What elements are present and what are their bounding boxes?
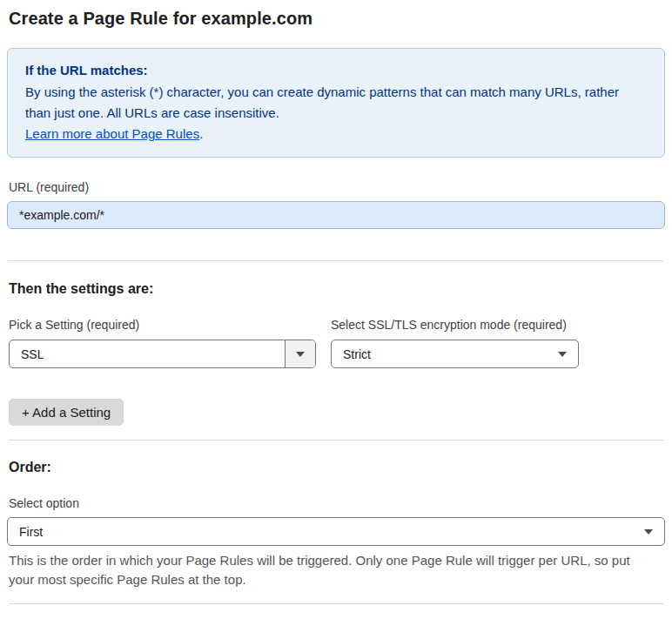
url-match-info-box: If the URL matches: By using the asteris…	[7, 48, 665, 158]
order-helper-text: This is the order in which your Page Rul…	[9, 551, 657, 589]
create-page-rule-form: Create a Page Rule for example.com If th…	[0, 0, 672, 619]
url-field-block: URL (required)	[9, 179, 663, 229]
divider	[9, 603, 663, 604]
settings-heading: Then the settings are:	[9, 281, 663, 297]
pick-setting-select[interactable]: SSL	[9, 340, 316, 368]
url-field-label: URL (required)	[9, 180, 89, 194]
divider	[9, 440, 663, 441]
order-select-value: First	[8, 525, 644, 539]
chevron-down-icon	[296, 352, 305, 357]
link-suffix: .	[199, 126, 203, 141]
pick-setting-value: SSL	[10, 347, 285, 361]
ssl-mode-label: Select SSL/TLS encryption mode (required…	[331, 318, 567, 332]
chevron-down-icon	[558, 352, 578, 357]
ssl-mode-select[interactable]: Strict	[331, 340, 579, 368]
settings-section: Then the settings are: Pick a Setting (r…	[9, 281, 663, 426]
order-heading: Order:	[9, 460, 663, 475]
order-select-label: Select option	[9, 496, 663, 510]
url-input[interactable]	[7, 201, 665, 229]
page-title: Create a Page Rule for example.com	[9, 7, 663, 29]
chevron-down-icon	[644, 529, 664, 535]
settings-selects-row: Pick a Setting (required) SSL Select SSL…	[9, 317, 663, 368]
ssl-mode-field: Select SSL/TLS encryption mode (required…	[331, 317, 579, 368]
learn-more-link[interactable]: Learn more about Page Rules	[25, 126, 199, 141]
info-box-heading: If the URL matches:	[25, 60, 647, 81]
select-arrow-button[interactable]	[285, 340, 315, 367]
order-section: Order: Select option First This is the o…	[9, 460, 663, 589]
info-box-body: By using the asterisk (*) character, you…	[25, 82, 647, 124]
add-setting-button[interactable]: + Add a Setting	[9, 399, 124, 426]
order-select[interactable]: First	[7, 517, 665, 546]
info-box-link-line: Learn more about Page Rules.	[25, 124, 647, 145]
divider	[9, 260, 663, 261]
pick-setting-field: Pick a Setting (required) SSL	[9, 317, 316, 368]
pick-setting-label: Pick a Setting (required)	[9, 318, 139, 332]
ssl-mode-value: Strict	[332, 347, 558, 361]
